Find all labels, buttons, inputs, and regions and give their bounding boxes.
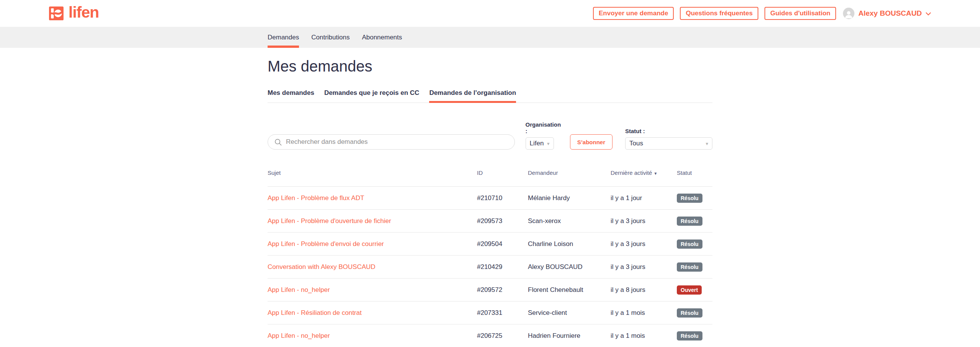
request-link[interactable]: App Lifen - Problème d'envoi de courrier — [268, 240, 384, 248]
request-link[interactable]: Conversation with Alexy BOUSCAUD — [268, 263, 376, 270]
table-row: App Lifen - no_helper #209572 Florent Ch… — [268, 278, 712, 301]
statut-label: Statut : — [625, 128, 712, 134]
request-activite: il y a 1 mois — [611, 332, 677, 340]
request-demandeur: Service-client — [528, 309, 611, 317]
request-link[interactable]: App Lifen - Résiliation de contrat — [268, 309, 362, 316]
organisation-select[interactable]: Lifen ▾ — [526, 137, 554, 150]
tab-contributions[interactable]: Contributions — [311, 27, 350, 48]
chevron-down-icon — [926, 11, 931, 16]
request-id: #209573 — [477, 217, 528, 225]
request-id: #209504 — [477, 240, 528, 248]
request-demandeur: Alexy BOUSCAUD — [528, 263, 611, 271]
request-activite: il y a 1 mois — [611, 309, 677, 317]
table-row: App Lifen - Résiliation de contrat #2073… — [268, 301, 712, 324]
app-logo[interactable]: lifen — [49, 5, 99, 23]
faq-button[interactable]: Questions fréquentes — [680, 7, 758, 20]
person-icon — [844, 9, 854, 19]
tab-abonnements[interactable]: Abonnements — [362, 27, 402, 48]
header-actions: Envoyer une demande Questions fréquentes… — [593, 7, 931, 20]
subtab-mes-demandes[interactable]: Mes demandes — [268, 89, 314, 103]
filters-bar: Organisation : Lifen ▾ S’abonner Statut … — [268, 121, 712, 150]
table-header-row: Sujet ID Demandeur Dernière activité▼ St… — [268, 169, 712, 186]
search-input[interactable] — [286, 138, 508, 146]
status-badge: Résolu — [677, 194, 702, 203]
status-badge: Résolu — [677, 262, 702, 272]
request-id: #210710 — [477, 194, 528, 202]
status-badge: Résolu — [677, 331, 702, 340]
request-activite: il y a 3 jours — [611, 263, 677, 271]
submit-request-button[interactable]: Envoyer une demande — [593, 7, 674, 20]
request-activite: il y a 8 jours — [611, 286, 677, 294]
search-box[interactable] — [268, 134, 515, 150]
table-row: App Lifen - Problème de flux ADT #210710… — [268, 186, 712, 209]
status-badge: Ouvert — [677, 285, 702, 295]
guides-button[interactable]: Guides d'utilisation — [764, 7, 836, 20]
request-link[interactable]: App Lifen - no_helper — [268, 332, 330, 339]
request-activite: il y a 1 jour — [611, 194, 677, 202]
avatar — [843, 8, 854, 19]
subscribe-button[interactable]: S’abonner — [570, 134, 612, 150]
main-content: Mes demandes Mes demandes Demandes que j… — [268, 57, 712, 347]
header-id: ID — [477, 169, 528, 176]
tab-demandes[interactable]: Demandes — [268, 27, 299, 48]
status-badge: Résolu — [677, 308, 702, 318]
app-header: lifen Envoyer une demande Questions fréq… — [0, 0, 980, 27]
request-demandeur: Scan-xerox — [528, 217, 611, 225]
organisation-value: Lifen — [530, 140, 544, 147]
header-demandeur: Demandeur — [528, 169, 611, 176]
table-row: App Lifen - Problème d'envoi de courrier… — [268, 232, 712, 255]
subtab-demandes-cc[interactable]: Demandes que je reçois en CC — [324, 89, 419, 103]
statut-filter: Statut : Tous ▾ — [625, 128, 712, 150]
organisation-filter: Organisation : Lifen ▾ — [526, 121, 562, 150]
request-id: #207331 — [477, 309, 528, 317]
subtab-demandes-organisation[interactable]: Demandes de l’organisation — [429, 89, 516, 103]
request-subtabs: Mes demandes Demandes que je reçois en C… — [268, 89, 712, 103]
request-demandeur: Mélanie Hardy — [528, 194, 611, 202]
requests-table: Sujet ID Demandeur Dernière activité▼ St… — [268, 169, 712, 347]
statut-select[interactable]: Tous ▾ — [625, 137, 712, 150]
request-activite: il y a 3 jours — [611, 217, 677, 225]
request-link[interactable]: App Lifen - Problème d'ouverture de fich… — [268, 217, 391, 225]
header-sujet: Sujet — [268, 169, 477, 176]
chevron-down-icon: ▾ — [706, 141, 708, 146]
header-statut: Statut — [677, 169, 712, 176]
user-menu[interactable]: Alexy BOUSCAUD — [843, 8, 931, 19]
table-row: App Lifen - Problème d'ouverture de fich… — [268, 209, 712, 232]
request-id: #209572 — [477, 286, 528, 294]
search-icon — [274, 138, 282, 146]
chevron-down-icon: ▾ — [547, 141, 550, 146]
request-demandeur: Hadrien Fourniere — [528, 332, 611, 340]
user-name: Alexy BOUSCAUD — [858, 9, 922, 18]
table-row: App Lifen - no_helper #206725 Hadrien Fo… — [268, 324, 712, 347]
brand-name: lifen — [69, 5, 99, 23]
request-link[interactable]: App Lifen - no_helper — [268, 286, 330, 293]
status-badge: Résolu — [677, 217, 702, 226]
sort-desc-icon: ▼ — [653, 171, 657, 176]
table-row: Conversation with Alexy BOUSCAUD #210429… — [268, 255, 712, 278]
request-demandeur: Charline Loison — [528, 240, 611, 248]
status-badge: Résolu — [677, 239, 702, 249]
organisation-label: Organisation : — [526, 121, 562, 134]
lifen-logo-icon — [49, 7, 64, 20]
request-id: #210429 — [477, 263, 528, 271]
main-navbar: Demandes Contributions Abonnements — [0, 27, 980, 48]
page-title: Mes demandes — [268, 57, 712, 75]
request-demandeur: Florent Chenebault — [528, 286, 611, 294]
header-derniere-activite[interactable]: Dernière activité▼ — [611, 169, 677, 176]
request-id: #206725 — [477, 332, 528, 340]
request-activite: il y a 3 jours — [611, 240, 677, 248]
request-link[interactable]: App Lifen - Problème de flux ADT — [268, 194, 364, 202]
statut-value: Tous — [629, 140, 643, 147]
